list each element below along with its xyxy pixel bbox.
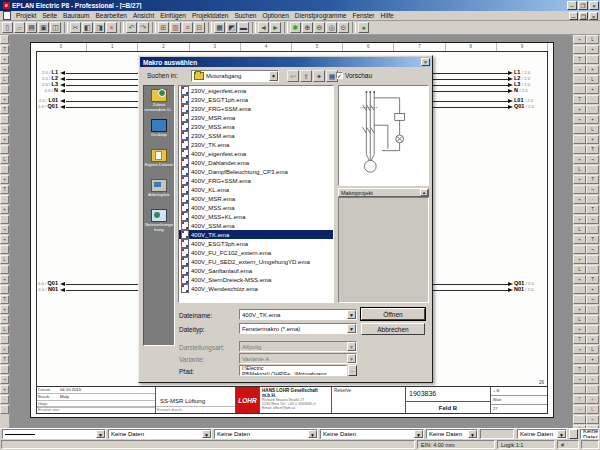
left-tool-icon[interactable]: L (0, 155, 9, 164)
left-tool-icon[interactable]: · (0, 245, 9, 254)
left-tool-icon[interactable]: · (0, 115, 9, 124)
symbol-tool-icon[interactable]: T (586, 175, 599, 184)
symbol-tool-icon[interactable]: + (586, 115, 599, 124)
menu-optionen[interactable]: Optionen (259, 12, 291, 19)
left-tool-icon[interactable]: ¬ (0, 225, 9, 234)
symbol-tool-icon[interactable]: · (573, 415, 586, 424)
left-tool-icon[interactable]: + (0, 175, 9, 184)
new-folder-icon[interactable]: ✦ (313, 70, 325, 82)
symbol-tool-icon[interactable]: · (586, 225, 599, 234)
mdi-minimize-button[interactable]: ─ (569, 12, 578, 20)
left-tool-icon[interactable]: ¬ (0, 315, 9, 324)
preview-checkbox[interactable]: ✓ Vorschau (336, 72, 372, 79)
filename-combo[interactable]: 400V_TK.ema ▼ (239, 309, 357, 320)
chevron-down-icon[interactable]: ▼ (308, 430, 317, 438)
symbol-tool-icon[interactable]: + (573, 215, 586, 224)
symbol-tool-icon[interactable]: + (573, 235, 586, 244)
zoom-in-icon[interactable]: ⊕ (302, 22, 313, 33)
symbol-tool-icon[interactable]: + (586, 285, 599, 294)
file-item[interactable]: 400V_KL.ema (179, 185, 333, 194)
dialog-close-icon[interactable]: × (421, 58, 430, 66)
symbol-tool-icon[interactable]: + (573, 155, 586, 164)
symbol-tool-icon[interactable]: · (586, 315, 599, 324)
maximize-button[interactable]: ❐ (578, 1, 588, 10)
navigator-icon[interactable]: ▦ (214, 22, 225, 33)
symbol-tool-icon[interactable]: · (586, 365, 599, 374)
path-input[interactable]: I:\Electric P8\Makros\LOHR\Fe...\Motorab… (239, 365, 347, 376)
symbol-tool-icon[interactable]: T (586, 235, 599, 244)
symbol-tool-icon[interactable]: · (586, 325, 599, 334)
menu-bauraum[interactable]: Bauraum (60, 12, 92, 19)
left-tool-icon[interactable]: + (0, 345, 9, 354)
symbol-tool-icon[interactable]: · (573, 85, 586, 94)
symbol-tool-icon[interactable]: L (586, 345, 599, 354)
symbol-tool-icon[interactable]: + (586, 65, 599, 74)
copy-icon[interactable]: ◧ (82, 22, 93, 33)
paste-icon[interactable]: ◨ (94, 22, 105, 33)
file-item[interactable]: 400V_Dahlander.ema (179, 158, 333, 167)
symbol-tool-icon[interactable]: + (573, 325, 586, 334)
symbol-tool-icon[interactable]: · (586, 305, 599, 314)
left-tool-icon[interactable]: L (0, 325, 9, 334)
update-icon[interactable]: ● (358, 22, 369, 33)
symbol-tool-icon[interactable]: + (586, 415, 599, 424)
symbol-tool-icon[interactable]: ¬ (573, 345, 586, 354)
menu-suchen[interactable]: Suchen (231, 12, 259, 19)
refresh-icon[interactable]: ✱ (290, 22, 301, 33)
chevron-down-icon[interactable]: ▼ (347, 324, 356, 333)
save-icon[interactable]: ▤ (26, 22, 37, 33)
symbol-tool-icon[interactable]: · (573, 385, 586, 394)
file-item[interactable]: 230V_eigenfest.ema (179, 86, 333, 95)
symbol-tool-icon[interactable]: ¬ (586, 185, 599, 194)
chevron-down-icon[interactable]: ▼ (557, 430, 566, 438)
file-item[interactable]: 400V_DampfBeleuchtung_CP3.ema (179, 167, 333, 176)
symbol-tool-icon[interactable]: L (573, 165, 586, 174)
zoom-out-icon[interactable]: ⊖ (314, 22, 325, 33)
symbol-tool-icon[interactable]: ¬ (586, 215, 599, 224)
symbol-tool-icon[interactable]: · (586, 255, 599, 264)
file-item[interactable]: 400V_ESGT3ph.ema (179, 239, 333, 248)
symbol-tool-icon[interactable]: · (586, 385, 599, 394)
symbol-tool-icon[interactable]: + (573, 175, 586, 184)
file-item[interactable]: 230V_FRG+SSM.ema (179, 104, 333, 113)
symbol-tool-icon[interactable]: ¬ (573, 405, 586, 414)
new-page-icon[interactable]: ▯ (2, 22, 13, 33)
text-icon[interactable]: ▬ (238, 22, 249, 33)
menu-einfgen[interactable]: Einfügen (157, 12, 189, 19)
left-tool-icon[interactable]: + (0, 135, 9, 144)
left-tool-icon[interactable]: T (0, 45, 9, 54)
open-project-icon[interactable]: ▱ (14, 22, 25, 33)
symbol-tool-icon[interactable]: + (586, 85, 599, 94)
symbol-tool-icon[interactable]: L (586, 35, 599, 44)
filetype-combo[interactable]: Fenstermakro (*.ema) ▼ (239, 323, 357, 334)
mdi-close-button[interactable]: × (589, 12, 598, 20)
symbol-tool-icon[interactable]: + (586, 395, 599, 404)
symbol-tool-icon[interactable]: T (586, 205, 599, 214)
file-item[interactable]: 230V_MSR.ema (179, 113, 333, 122)
place-my-documents[interactable]: Eigene Dateien (144, 149, 174, 179)
symbol-tool-icon[interactable]: + (586, 45, 599, 54)
symbol-tool-icon[interactable]: · (573, 185, 586, 194)
file-item[interactable]: 400V_FU_FC102_extern.ema (179, 248, 333, 257)
print-icon[interactable]: ▣ (38, 22, 49, 33)
file-item[interactable]: 400V_MSS+KL.ema (179, 212, 333, 221)
place-my-computer[interactable]: Arbeitsplatz (144, 179, 174, 209)
file-item[interactable]: 400V_FU_SED2_extern_UmgehungYD.ema (179, 257, 333, 266)
symbol-tool-icon[interactable]: T (573, 395, 586, 404)
file-item[interactable]: 230V_MSS.ema (179, 122, 333, 131)
dialog-title-bar[interactable]: Makro auswählen × (140, 57, 431, 67)
menu-dienstprogramme[interactable]: Dienstprogramme (292, 12, 350, 19)
data-combo[interactable]: Keine Daten▼ (320, 429, 424, 439)
left-tool-icon[interactable]: L (0, 255, 9, 264)
left-tool-icon[interactable]: + (0, 55, 9, 64)
symbol-tool-icon[interactable]: · (573, 205, 586, 214)
symbol-tool-icon[interactable]: · (586, 265, 599, 274)
redo-icon[interactable]: ↷ (138, 22, 149, 33)
minimize-button[interactable]: ─ (567, 1, 577, 10)
symbol-tool-icon[interactable]: T (573, 365, 586, 374)
symbol-tool-icon[interactable]: T (573, 95, 586, 104)
cable-icon[interactable]: ≡ (182, 22, 193, 33)
device-icon[interactable]: ▥ (170, 22, 181, 33)
delete-icon[interactable]: × (106, 22, 117, 33)
symbol-tool-icon[interactable]: L (586, 75, 599, 84)
